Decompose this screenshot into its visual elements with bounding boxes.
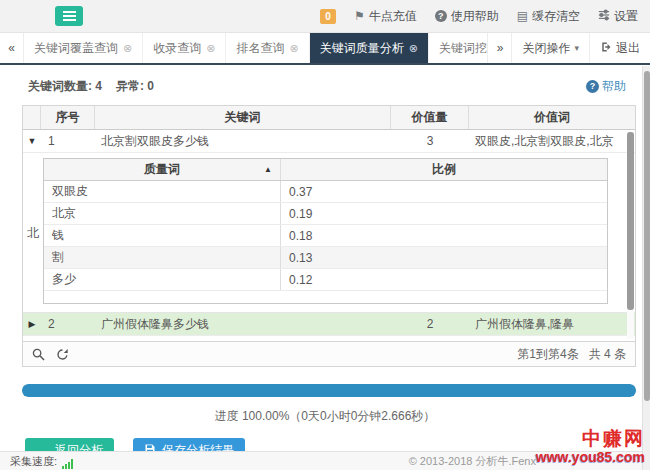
topbar-item-clear-cache[interactable]: ▤ 缓存清空 [517, 8, 580, 25]
tab-index-query[interactable]: 收录查询 ⊗ [143, 33, 226, 63]
tab-label: 收录查询 [153, 40, 201, 57]
column-header-value-count[interactable]: 价值量 [391, 106, 469, 129]
tabs-scroll-right-icon[interactable]: » [487, 33, 511, 63]
topbar-item-settings[interactable]: 设置 [598, 8, 638, 25]
sort-asc-icon[interactable]: ▲ [264, 165, 272, 174]
table-row[interactable]: ▼ 1 北京割双眼皮多少钱 3 双眼皮,北京割双眼皮,北京 [23, 130, 635, 153]
topbar: 0 ⚑ 牛点充值 ? 使用帮助 ▤ 缓存清空 [0, 0, 650, 33]
watermark-url: www.you85.com [536, 450, 645, 464]
page-scrollbar-thumb[interactable] [644, 71, 650, 401]
subgrid-row[interactable]: 割 0.13 [44, 247, 607, 269]
signal-bars-icon [62, 459, 73, 469]
topbar-right: 0 ⚑ 牛点充值 ? 使用帮助 ▤ 缓存清空 [320, 8, 638, 25]
cell-value-count: 2 [391, 317, 469, 331]
settings-sliders-icon [598, 9, 610, 24]
tab-label: 关键词挖掘 [439, 40, 488, 57]
exit-icon [600, 41, 612, 56]
cell-value-count: 3 [391, 134, 469, 148]
cell-ratio: 0.18 [281, 225, 607, 246]
keyword-grid: 序号 关键词 价值量 价值词 ▼ 1 北京割双眼皮多少钱 3 双眼皮,北京割双眼… [22, 105, 636, 367]
grid-vertical-scrollbar[interactable] [627, 132, 634, 339]
topbar-item-label: 设置 [614, 8, 638, 25]
tab-ranking-query[interactable]: 排名查询 ⊗ [226, 33, 309, 63]
help-icon: ? [586, 80, 599, 93]
expand-column-header [23, 106, 41, 129]
tabbar: « 关键词覆盖查询 ⊗ 收录查询 ⊗ 排名查询 ⊗ 关键词质量分析 ⊗ 关键词挖… [0, 33, 650, 65]
topbar-item-label: 使用帮助 [451, 8, 499, 25]
help-link[interactable]: ? 帮助 [586, 78, 626, 95]
flag-icon: ⚑ [354, 9, 365, 23]
cell-ratio: 0.37 [281, 181, 607, 202]
subgrid-container: 北 质量词 ▲ 比例 双眼皮 0.37 北京 [23, 153, 635, 313]
subgrid-header-row: 质量词 ▲ 比例 [44, 159, 607, 181]
tab-keyword-quality-analysis[interactable]: 关键词质量分析 ⊗ [310, 33, 429, 63]
tab-label: 关键词质量分析 [320, 40, 404, 57]
tab-close-icon[interactable]: ⊗ [123, 42, 132, 55]
tab-list: 关键词覆盖查询 ⊗ 收录查询 ⊗ 排名查询 ⊗ 关键词质量分析 ⊗ 关键词挖掘 … [24, 33, 487, 63]
topbar-item-recharge[interactable]: ⚑ 牛点充值 [354, 8, 417, 25]
pager-tools [32, 348, 69, 361]
app-window: 0 ⚑ 牛点充值 ? 使用帮助 ▤ 缓存清空 [0, 0, 650, 470]
topbar-item-label: 牛点充值 [369, 8, 417, 25]
grid-scrollbar-thumb[interactable] [627, 132, 634, 310]
summary-bar: 关键词数量: 4 异常: 0 ? 帮助 [0, 65, 650, 105]
tab-keyword-mining[interactable]: 关键词挖掘 ⊗ [429, 33, 488, 63]
topbar-item-help[interactable]: ? 使用帮助 [435, 8, 499, 25]
progress-label: 进度 100.00%（0天0小时0分钟2.666秒） [0, 408, 650, 425]
cell-ratio: 0.13 [281, 247, 607, 268]
tab-close-icon[interactable]: ⊗ [289, 42, 298, 55]
subgrid-empty-row [44, 291, 607, 303]
exit-button[interactable]: 退出 [589, 33, 650, 63]
cell-quality-word: 多少 [44, 269, 281, 290]
subgrid-row[interactable]: 钱 0.18 [44, 225, 607, 247]
cell-value-words: 双眼皮,北京割双眼皮,北京 [469, 133, 635, 150]
cell-no: 2 [41, 317, 95, 331]
subgrid-row[interactable]: 双眼皮 0.37 [44, 181, 607, 203]
table-row-selected[interactable]: ▶ 2 广州假体隆鼻多少钱 2 广州假体隆鼻,隆鼻 [23, 313, 635, 336]
partial-row [23, 336, 635, 341]
grid-body: ▼ 1 北京割双眼皮多少钱 3 双眼皮,北京割双眼皮,北京 北 质量词 ▲ 比例 [23, 130, 635, 341]
subgrid-row[interactable]: 北京 0.19 [44, 203, 607, 225]
expand-row-icon[interactable]: ▶ [23, 319, 41, 329]
pager-info: 第1到第4条 共 4 条 [517, 346, 626, 363]
grid-pager: 第1到第4条 共 4 条 [23, 341, 635, 366]
cache-layers-icon: ▤ [517, 9, 528, 23]
column-header-keyword[interactable]: 关键词 [95, 106, 391, 129]
subgrid-row[interactable]: 多少 0.12 [44, 269, 607, 291]
page-vertical-scrollbar[interactable] [642, 66, 650, 470]
cell-ratio: 0.12 [281, 269, 607, 290]
tab-close-icon[interactable]: ⊗ [409, 42, 418, 55]
summary-stats: 关键词数量: 4 异常: 0 [28, 78, 154, 95]
menu-toggle-button[interactable] [55, 6, 83, 26]
watermark-logo: 中赚网 [536, 429, 645, 448]
tab-keyword-coverage-query[interactable]: 关键词覆盖查询 ⊗ [24, 33, 143, 63]
pager-range: 第1到第4条 [517, 346, 578, 363]
close-operations-dropdown[interactable]: 关闭操作 ▾ [511, 33, 589, 63]
quality-words-subgrid: 质量词 ▲ 比例 双眼皮 0.37 北京 0.19 钱 [43, 158, 608, 304]
cell-value-words: 广州假体隆鼻,隆鼻 [469, 316, 635, 333]
column-header-value-words[interactable]: 价值词 [469, 106, 635, 129]
help-label: 帮助 [602, 78, 626, 95]
close-operations-label: 关闭操作 [522, 40, 570, 57]
cell-quality-word: 双眼皮 [44, 181, 281, 202]
cell-keyword: 北京割双眼皮多少钱 [95, 133, 391, 150]
progress-bar [22, 384, 636, 397]
column-header-no[interactable]: 序号 [41, 106, 95, 129]
progress-fill [22, 384, 636, 397]
exit-label: 退出 [616, 40, 640, 57]
subgrid-column-header-ratio[interactable]: 比例 [281, 159, 607, 180]
tab-close-icon[interactable]: ⊗ [206, 42, 215, 55]
tabs-scroll-left-icon[interactable]: « [0, 33, 24, 63]
cell-quality-word: 北京 [44, 203, 281, 224]
search-icon[interactable] [32, 348, 45, 361]
subgrid-header-label: 质量词 [144, 161, 180, 178]
chevron-down-icon: ▾ [574, 43, 579, 53]
notification-badge[interactable]: 0 [320, 9, 336, 24]
site-watermark: 中赚网 www.you85.com [536, 429, 645, 464]
collect-speed-label: 采集速度: [10, 454, 57, 469]
subgrid-column-header-quality-word[interactable]: 质量词 ▲ [44, 159, 281, 180]
cell-ratio: 0.19 [281, 203, 607, 224]
pager-total: 共 4 条 [589, 346, 626, 363]
refresh-icon[interactable] [56, 348, 69, 361]
collapse-row-icon[interactable]: ▼ [23, 136, 41, 146]
